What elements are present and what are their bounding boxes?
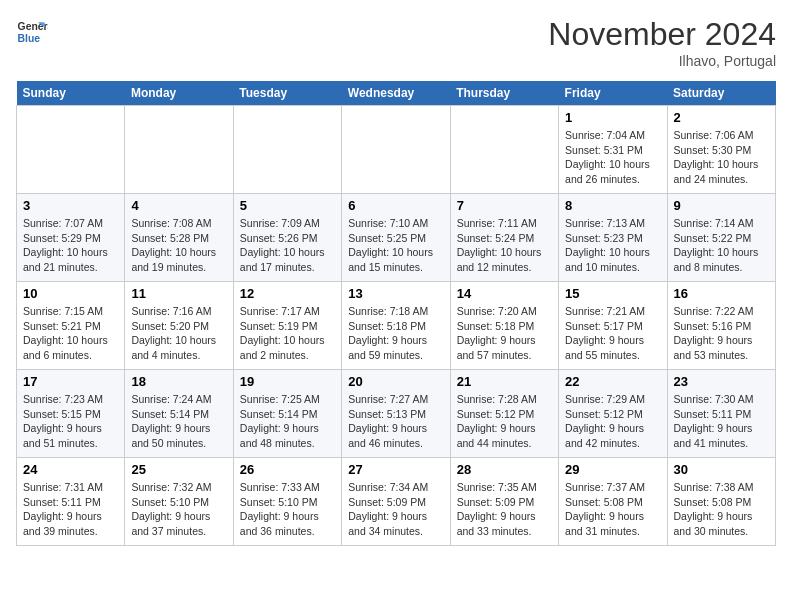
page-header: General Blue November 2024 Ilhavo, Portu… — [16, 16, 776, 69]
day-cell: 22Sunrise: 7:29 AM Sunset: 5:12 PM Dayli… — [559, 370, 667, 458]
day-number: 18 — [131, 374, 226, 389]
calendar-header-row: SundayMondayTuesdayWednesdayThursdayFrid… — [17, 81, 776, 106]
day-number: 2 — [674, 110, 769, 125]
day-detail: Sunrise: 7:07 AM Sunset: 5:29 PM Dayligh… — [23, 216, 118, 275]
day-number: 15 — [565, 286, 660, 301]
day-number: 22 — [565, 374, 660, 389]
day-detail: Sunrise: 7:21 AM Sunset: 5:17 PM Dayligh… — [565, 304, 660, 363]
day-detail: Sunrise: 7:09 AM Sunset: 5:26 PM Dayligh… — [240, 216, 335, 275]
day-cell: 2Sunrise: 7:06 AM Sunset: 5:30 PM Daylig… — [667, 106, 775, 194]
day-number: 26 — [240, 462, 335, 477]
day-cell: 27Sunrise: 7:34 AM Sunset: 5:09 PM Dayli… — [342, 458, 450, 546]
day-cell: 16Sunrise: 7:22 AM Sunset: 5:16 PM Dayli… — [667, 282, 775, 370]
day-number: 1 — [565, 110, 660, 125]
day-cell: 4Sunrise: 7:08 AM Sunset: 5:28 PM Daylig… — [125, 194, 233, 282]
calendar-body: 1Sunrise: 7:04 AM Sunset: 5:31 PM Daylig… — [17, 106, 776, 546]
day-number: 29 — [565, 462, 660, 477]
column-header-tuesday: Tuesday — [233, 81, 341, 106]
day-number: 16 — [674, 286, 769, 301]
day-number: 19 — [240, 374, 335, 389]
day-detail: Sunrise: 7:27 AM Sunset: 5:13 PM Dayligh… — [348, 392, 443, 451]
day-cell: 26Sunrise: 7:33 AM Sunset: 5:10 PM Dayli… — [233, 458, 341, 546]
day-cell: 19Sunrise: 7:25 AM Sunset: 5:14 PM Dayli… — [233, 370, 341, 458]
day-number: 24 — [23, 462, 118, 477]
day-detail: Sunrise: 7:06 AM Sunset: 5:30 PM Dayligh… — [674, 128, 769, 187]
day-cell: 28Sunrise: 7:35 AM Sunset: 5:09 PM Dayli… — [450, 458, 558, 546]
day-number: 6 — [348, 198, 443, 213]
logo-icon: General Blue — [16, 16, 48, 48]
day-number: 11 — [131, 286, 226, 301]
day-cell: 20Sunrise: 7:27 AM Sunset: 5:13 PM Dayli… — [342, 370, 450, 458]
day-cell: 29Sunrise: 7:37 AM Sunset: 5:08 PM Dayli… — [559, 458, 667, 546]
day-detail: Sunrise: 7:15 AM Sunset: 5:21 PM Dayligh… — [23, 304, 118, 363]
day-detail: Sunrise: 7:33 AM Sunset: 5:10 PM Dayligh… — [240, 480, 335, 539]
day-cell: 10Sunrise: 7:15 AM Sunset: 5:21 PM Dayli… — [17, 282, 125, 370]
location: Ilhavo, Portugal — [548, 53, 776, 69]
day-detail: Sunrise: 7:08 AM Sunset: 5:28 PM Dayligh… — [131, 216, 226, 275]
day-detail: Sunrise: 7:23 AM Sunset: 5:15 PM Dayligh… — [23, 392, 118, 451]
day-detail: Sunrise: 7:28 AM Sunset: 5:12 PM Dayligh… — [457, 392, 552, 451]
day-number: 30 — [674, 462, 769, 477]
day-cell: 25Sunrise: 7:32 AM Sunset: 5:10 PM Dayli… — [125, 458, 233, 546]
column-header-sunday: Sunday — [17, 81, 125, 106]
day-cell: 17Sunrise: 7:23 AM Sunset: 5:15 PM Dayli… — [17, 370, 125, 458]
day-detail: Sunrise: 7:10 AM Sunset: 5:25 PM Dayligh… — [348, 216, 443, 275]
column-header-saturday: Saturday — [667, 81, 775, 106]
day-number: 13 — [348, 286, 443, 301]
day-cell: 5Sunrise: 7:09 AM Sunset: 5:26 PM Daylig… — [233, 194, 341, 282]
day-cell — [450, 106, 558, 194]
day-detail: Sunrise: 7:37 AM Sunset: 5:08 PM Dayligh… — [565, 480, 660, 539]
week-row-5: 24Sunrise: 7:31 AM Sunset: 5:11 PM Dayli… — [17, 458, 776, 546]
day-detail: Sunrise: 7:04 AM Sunset: 5:31 PM Dayligh… — [565, 128, 660, 187]
day-number: 23 — [674, 374, 769, 389]
day-detail: Sunrise: 7:11 AM Sunset: 5:24 PM Dayligh… — [457, 216, 552, 275]
day-cell — [125, 106, 233, 194]
day-detail: Sunrise: 7:24 AM Sunset: 5:14 PM Dayligh… — [131, 392, 226, 451]
week-row-4: 17Sunrise: 7:23 AM Sunset: 5:15 PM Dayli… — [17, 370, 776, 458]
month-title: November 2024 — [548, 16, 776, 53]
day-number: 17 — [23, 374, 118, 389]
day-cell: 11Sunrise: 7:16 AM Sunset: 5:20 PM Dayli… — [125, 282, 233, 370]
day-detail: Sunrise: 7:32 AM Sunset: 5:10 PM Dayligh… — [131, 480, 226, 539]
day-detail: Sunrise: 7:22 AM Sunset: 5:16 PM Dayligh… — [674, 304, 769, 363]
day-detail: Sunrise: 7:14 AM Sunset: 5:22 PM Dayligh… — [674, 216, 769, 275]
day-cell — [342, 106, 450, 194]
day-cell: 21Sunrise: 7:28 AM Sunset: 5:12 PM Dayli… — [450, 370, 558, 458]
day-detail: Sunrise: 7:35 AM Sunset: 5:09 PM Dayligh… — [457, 480, 552, 539]
day-cell: 30Sunrise: 7:38 AM Sunset: 5:08 PM Dayli… — [667, 458, 775, 546]
day-detail: Sunrise: 7:13 AM Sunset: 5:23 PM Dayligh… — [565, 216, 660, 275]
column-header-wednesday: Wednesday — [342, 81, 450, 106]
day-number: 25 — [131, 462, 226, 477]
day-number: 9 — [674, 198, 769, 213]
day-detail: Sunrise: 7:30 AM Sunset: 5:11 PM Dayligh… — [674, 392, 769, 451]
day-number: 27 — [348, 462, 443, 477]
day-number: 3 — [23, 198, 118, 213]
day-detail: Sunrise: 7:34 AM Sunset: 5:09 PM Dayligh… — [348, 480, 443, 539]
title-block: November 2024 Ilhavo, Portugal — [548, 16, 776, 69]
day-number: 8 — [565, 198, 660, 213]
day-cell: 1Sunrise: 7:04 AM Sunset: 5:31 PM Daylig… — [559, 106, 667, 194]
day-cell: 23Sunrise: 7:30 AM Sunset: 5:11 PM Dayli… — [667, 370, 775, 458]
day-number: 14 — [457, 286, 552, 301]
day-cell — [17, 106, 125, 194]
day-cell — [233, 106, 341, 194]
column-header-thursday: Thursday — [450, 81, 558, 106]
day-cell: 12Sunrise: 7:17 AM Sunset: 5:19 PM Dayli… — [233, 282, 341, 370]
day-cell: 3Sunrise: 7:07 AM Sunset: 5:29 PM Daylig… — [17, 194, 125, 282]
day-cell: 8Sunrise: 7:13 AM Sunset: 5:23 PM Daylig… — [559, 194, 667, 282]
day-detail: Sunrise: 7:38 AM Sunset: 5:08 PM Dayligh… — [674, 480, 769, 539]
day-cell: 13Sunrise: 7:18 AM Sunset: 5:18 PM Dayli… — [342, 282, 450, 370]
week-row-1: 1Sunrise: 7:04 AM Sunset: 5:31 PM Daylig… — [17, 106, 776, 194]
logo: General Blue — [16, 16, 48, 48]
day-cell: 15Sunrise: 7:21 AM Sunset: 5:17 PM Dayli… — [559, 282, 667, 370]
day-detail: Sunrise: 7:31 AM Sunset: 5:11 PM Dayligh… — [23, 480, 118, 539]
day-number: 20 — [348, 374, 443, 389]
day-detail: Sunrise: 7:20 AM Sunset: 5:18 PM Dayligh… — [457, 304, 552, 363]
week-row-3: 10Sunrise: 7:15 AM Sunset: 5:21 PM Dayli… — [17, 282, 776, 370]
day-detail: Sunrise: 7:17 AM Sunset: 5:19 PM Dayligh… — [240, 304, 335, 363]
svg-text:Blue: Blue — [18, 33, 41, 44]
day-cell: 24Sunrise: 7:31 AM Sunset: 5:11 PM Dayli… — [17, 458, 125, 546]
column-header-friday: Friday — [559, 81, 667, 106]
day-detail: Sunrise: 7:18 AM Sunset: 5:18 PM Dayligh… — [348, 304, 443, 363]
day-detail: Sunrise: 7:25 AM Sunset: 5:14 PM Dayligh… — [240, 392, 335, 451]
